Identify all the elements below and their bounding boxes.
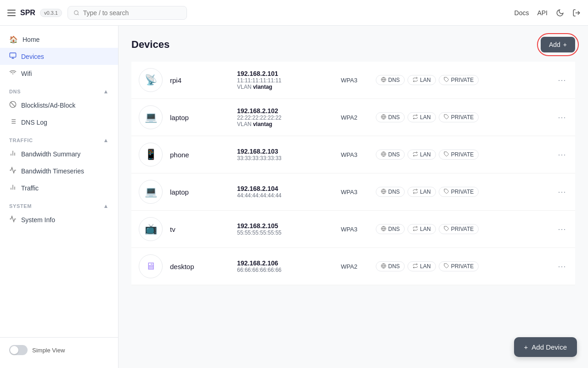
device-tag-private: PRIVATE (439, 75, 479, 85)
main-header: Devices Add + (131, 37, 575, 52)
device-name: desktop (170, 263, 230, 270)
moon-icon (556, 9, 564, 17)
device-avatar: 💻 (139, 105, 163, 129)
sidebar-item-bandwidth-timeseries[interactable]: Bandwidth Timeseries (0, 162, 118, 179)
device-mac: 11:11:11:11:11:11 (237, 77, 334, 84)
system-info-icon (9, 215, 17, 224)
device-auth: WPA3 (341, 189, 368, 196)
device-mac: 22:22:22:22:22:22 (237, 115, 334, 121)
dns-tag-icon (381, 114, 386, 121)
device-tag-private: PRIVATE (439, 224, 479, 234)
device-row[interactable]: 💻 laptop 192.168.2.102 22:22:22:22:22:22… (131, 99, 575, 136)
tag-label: PRIVATE (451, 151, 474, 158)
add-button-label: Add (549, 41, 560, 48)
device-menu-button[interactable]: ⋯ (556, 259, 568, 273)
dns-tag-icon (381, 77, 386, 83)
tag-label: PRIVATE (451, 189, 474, 195)
private-tag-icon (444, 151, 449, 158)
device-vlan: VLAN vlantag (237, 121, 334, 127)
device-menu-button[interactable]: ⋯ (556, 148, 568, 161)
device-info: 192.168.2.104 44:44:44:44:44:44 (237, 185, 334, 199)
add-btn-container: Add + (541, 37, 575, 52)
device-row[interactable]: 📺 tv 192.168.2.105 55:55:55:55:55:55 WPA… (131, 211, 575, 248)
device-ip: 192.168.2.106 (237, 259, 334, 267)
chevron-system: ▲ (103, 203, 109, 209)
device-ip: 192.168.2.105 (237, 222, 334, 230)
chevron-traffic: ▲ (103, 137, 109, 144)
device-menu-button[interactable]: ⋯ (556, 73, 568, 87)
device-avatar: 📺 (139, 217, 163, 241)
tag-label: PRIVATE (451, 263, 474, 270)
device-mac: 33:33:33:33:33:33 (237, 155, 334, 161)
sidebar-item-blocklists[interactable]: Blocklists/Ad-Block (0, 97, 118, 114)
section-system: SYSTEM ▲ (0, 198, 118, 211)
device-row[interactable]: 📱 phone 192.168.2.103 33:33:33:33:33:33 … (131, 136, 575, 173)
layout: 🏠 Home Devices Wifi DNS ▲ Blocklists/Ad-… (0, 26, 588, 368)
device-menu-button[interactable]: ⋯ (556, 222, 568, 236)
device-row[interactable]: 💻 laptop 192.168.2.104 44:44:44:44:44:44… (131, 173, 575, 211)
docs-link[interactable]: Docs (514, 9, 529, 17)
sidebar-item-traffic[interactable]: Traffic (0, 179, 118, 196)
tag-label: PRIVATE (451, 226, 474, 232)
device-auth: WPA2 (341, 114, 368, 121)
device-tags: DNS LAN PRIVATE (376, 75, 548, 85)
device-auth: WPA3 (341, 77, 368, 84)
sidebar-label-bandwidth-timeseries: Bandwidth Timeseries (21, 167, 84, 175)
device-name: laptop (170, 114, 230, 121)
device-tag-dns: DNS (376, 187, 405, 197)
private-tag-icon (444, 189, 449, 195)
sidebar-label-dnslog: DNS Log (21, 119, 47, 126)
search-box[interactable] (68, 6, 187, 20)
device-row[interactable]: 🖥 desktop 192.168.2.106 66:66:66:66:66:6… (131, 248, 575, 285)
hamburger-menu[interactable] (7, 10, 16, 16)
bandwidth-summary-icon (9, 150, 17, 158)
add-icon: + (563, 41, 567, 48)
device-menu-button[interactable]: ⋯ (556, 110, 568, 124)
api-link[interactable]: API (537, 9, 548, 17)
search-input[interactable] (83, 9, 181, 17)
tag-label: LAN (420, 114, 430, 121)
sidebar-label-devices: Devices (21, 53, 44, 60)
sidebar-item-system-info[interactable]: System Info (0, 211, 118, 228)
section-traffic-label: TRAFFIC (9, 138, 33, 143)
sidebar-label-system-info: System Info (21, 216, 55, 224)
device-tag-lan: LAN (407, 187, 435, 197)
add-button[interactable]: Add + (541, 37, 575, 52)
dns-tag-icon (381, 263, 386, 270)
device-mac: 66:66:66:66:66:66 (237, 267, 334, 273)
sidebar-item-dnslog[interactable]: DNS Log (0, 114, 118, 131)
svg-line-1 (78, 14, 79, 15)
simple-view-toggle[interactable] (9, 345, 28, 355)
device-ip: 192.168.2.104 (237, 185, 334, 192)
logout-button[interactable] (572, 9, 581, 17)
section-dns-label: DNS (9, 89, 21, 94)
device-menu-button[interactable]: ⋯ (556, 185, 568, 199)
lan-tag-icon (413, 226, 418, 232)
sidebar-item-home[interactable]: 🏠 Home (0, 31, 118, 48)
version-badge: v0.3.1 (40, 9, 62, 17)
device-tag-lan: LAN (407, 224, 435, 234)
tag-label: DNS (388, 114, 400, 121)
lan-tag-icon (413, 77, 418, 83)
sidebar-item-wifi[interactable]: Wifi (0, 65, 118, 82)
device-tag-lan: LAN (407, 150, 435, 160)
topnav-left: SPR v0.3.1 (7, 9, 62, 17)
device-info: 192.168.2.102 22:22:22:22:22:22 VLAN vla… (237, 107, 334, 127)
main-content: Devices Add + 📡 rpi4 192.168.2.101 11:11… (119, 26, 588, 368)
device-row[interactable]: 📡 rpi4 192.168.2.101 11:11:11:11:11:11 V… (131, 62, 575, 99)
dns-tag-icon (381, 189, 386, 195)
device-avatar: 🖥 (139, 254, 163, 278)
fab-icon: + (524, 343, 528, 351)
darkmode-toggle[interactable] (556, 9, 564, 17)
tag-label: DNS (388, 263, 400, 270)
device-tag-private: PRIVATE (439, 187, 479, 197)
chevron-dns: ▲ (103, 88, 109, 95)
device-info: 192.168.2.103 33:33:33:33:33:33 (237, 148, 334, 161)
fab-add-device[interactable]: + Add Device (514, 337, 577, 357)
sidebar-item-bandwidth-summary[interactable]: Bandwidth Summary (0, 145, 118, 162)
sidebar-label-traffic: Traffic (21, 184, 39, 192)
device-tag-private: PRIVATE (439, 112, 479, 122)
sidebar-item-devices[interactable]: Devices (0, 48, 118, 65)
tag-label: LAN (420, 151, 430, 158)
section-traffic: TRAFFIC ▲ (0, 132, 118, 145)
